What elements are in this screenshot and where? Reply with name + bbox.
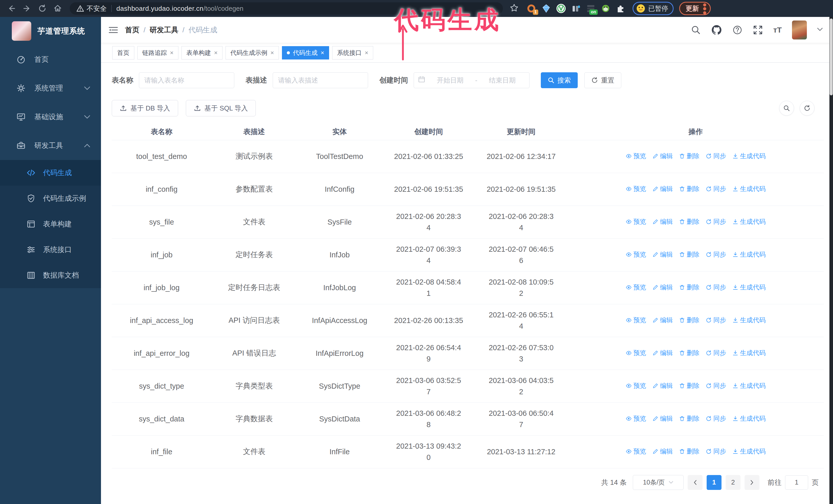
preview-link[interactable]: 预览 (626, 250, 646, 259)
search-button[interactable]: 搜索 (541, 72, 578, 88)
sidebar-item-codegen-example[interactable]: 代码生成示例 (0, 186, 101, 211)
close-icon[interactable]: × (365, 50, 368, 56)
next-page-button[interactable] (744, 475, 759, 490)
preview-link[interactable]: 预览 (626, 217, 646, 226)
close-icon[interactable]: × (270, 50, 274, 56)
date-range-picker[interactable]: 开始日期 - 结束日期 (414, 72, 529, 88)
edit-link[interactable]: 编辑 (652, 349, 673, 357)
sync-link[interactable]: 同步 (706, 185, 726, 193)
sidebar-item-db-doc[interactable]: 数据库文档 (0, 263, 101, 288)
user-menu-caret-icon[interactable] (817, 28, 823, 32)
columns-extension-icon[interactable] (571, 3, 581, 14)
goto-page-input[interactable] (785, 475, 808, 490)
table-desc-input[interactable] (273, 72, 368, 88)
delete-link[interactable]: 删除 (679, 414, 699, 423)
sidebar-item-system[interactable]: 系统管理 (0, 74, 101, 102)
delete-link[interactable]: 删除 (679, 283, 699, 291)
sidebar-item-system-api[interactable]: 系统接口 (0, 237, 101, 263)
generate-code-link[interactable]: 生成代码 (732, 250, 766, 259)
tab-home[interactable]: 首页 (112, 46, 134, 59)
close-icon[interactable]: × (170, 50, 173, 56)
generate-code-link[interactable]: 生成代码 (732, 381, 766, 390)
preview-link[interactable]: 预览 (626, 381, 646, 390)
tab-form-builder[interactable]: 表单构建× (182, 46, 222, 59)
avatar[interactable] (792, 21, 807, 40)
sidebar-item-form-builder[interactable]: 表单构建 (0, 211, 101, 237)
breadcrumb-home[interactable]: 首页 (125, 25, 139, 35)
edit-link[interactable]: 编辑 (652, 414, 673, 423)
forward-icon[interactable] (20, 2, 34, 16)
sidebar-item-dev-tools[interactable]: 研发工具 (0, 131, 101, 160)
sidebar-item-infrastructure[interactable]: 基础设施 (0, 102, 101, 131)
sync-link[interactable]: 同步 (706, 316, 726, 324)
delete-link[interactable]: 删除 (679, 349, 699, 357)
generate-code-link[interactable]: 生成代码 (732, 185, 766, 193)
sidebar-item-home[interactable]: 首页 (0, 45, 101, 74)
logo-row[interactable]: 芋道管理系统 (0, 17, 101, 45)
delete-link[interactable]: 删除 (679, 381, 699, 390)
v-circle-extension-icon[interactable] (556, 3, 567, 14)
monkey-extension-icon[interactable] (600, 3, 611, 14)
search-icon[interactable] (691, 25, 701, 35)
sync-link[interactable]: 同步 (706, 217, 726, 226)
back-icon[interactable] (5, 2, 19, 16)
generate-code-link[interactable]: 生成代码 (732, 349, 766, 357)
browser-scrollbar[interactable] (829, 17, 833, 504)
sidebar-item-codegen[interactable]: 代码生成 (0, 160, 101, 186)
page-button-2[interactable]: 2 (725, 475, 740, 490)
bookmark-star-icon[interactable] (509, 3, 519, 14)
recorder-extension-icon[interactable]: 1 (526, 3, 537, 14)
generate-code-link[interactable]: 生成代码 (732, 316, 766, 324)
help-icon[interactable] (732, 25, 742, 35)
browser-update-button[interactable]: 更新 ●●● (679, 2, 711, 15)
close-icon[interactable]: × (214, 50, 218, 56)
generate-code-link[interactable]: 生成代码 (732, 283, 766, 291)
generate-code-link[interactable]: 生成代码 (732, 217, 766, 226)
edit-link[interactable]: 编辑 (652, 316, 673, 324)
scrollbar-thumb[interactable] (830, 19, 833, 95)
tab-tracing[interactable]: 链路追踪× (137, 46, 178, 59)
gem-extension-icon[interactable] (541, 3, 552, 14)
page-size-select[interactable]: 10条/页 (633, 475, 684, 490)
edit-link[interactable]: 编辑 (652, 283, 673, 291)
delete-link[interactable]: 删除 (679, 217, 699, 226)
sync-link[interactable]: 同步 (706, 152, 726, 160)
preview-link[interactable]: 预览 (626, 349, 646, 357)
generate-code-link[interactable]: 生成代码 (732, 414, 766, 423)
sync-link[interactable]: 同步 (706, 283, 726, 291)
reset-button[interactable]: 重置 (585, 72, 621, 88)
reload-icon[interactable] (35, 2, 49, 16)
edit-link[interactable]: 编辑 (652, 152, 673, 160)
breadcrumb-dev-tools[interactable]: 研发工具 (150, 25, 178, 35)
edit-link[interactable]: 编辑 (652, 217, 673, 226)
preview-link[interactable]: 预览 (626, 185, 646, 193)
puzzle-extension-icon[interactable] (615, 3, 626, 14)
import-db-button[interactable]: 基于 DB 导入 (112, 100, 178, 116)
preview-link[interactable]: 预览 (626, 447, 646, 456)
browser-menu-icon[interactable]: ●●● (703, 3, 707, 14)
edit-link[interactable]: 编辑 (652, 185, 673, 193)
delete-link[interactable]: 删除 (679, 447, 699, 456)
edit-link[interactable]: 编辑 (652, 447, 673, 456)
import-sql-button[interactable]: 基于 SQL 导入 (186, 100, 256, 116)
edit-link[interactable]: 编辑 (652, 381, 673, 390)
edit-link[interactable]: 编辑 (652, 250, 673, 259)
sync-link[interactable]: 同步 (706, 381, 726, 390)
refresh-table-button[interactable] (800, 101, 814, 116)
preview-link[interactable]: 预览 (626, 414, 646, 423)
address-bar[interactable]: 不安全 dashboard.yudao.iocoder.cn/tool/code… (70, 2, 503, 15)
page-button-1[interactable]: 1 (707, 475, 721, 490)
sync-link[interactable]: 同步 (706, 447, 726, 456)
preview-link[interactable]: 预览 (626, 283, 646, 291)
sync-link[interactable]: 同步 (706, 349, 726, 357)
generate-code-link[interactable]: 生成代码 (732, 447, 766, 456)
github-icon[interactable] (711, 25, 722, 35)
prev-page-button[interactable] (688, 475, 703, 490)
generate-code-link[interactable]: 生成代码 (732, 152, 766, 160)
sync-link[interactable]: 同步 (706, 250, 726, 259)
sync-link[interactable]: 同步 (706, 414, 726, 423)
fullscreen-icon[interactable] (753, 25, 763, 35)
tab-codegen[interactable]: 代码生成× (282, 46, 329, 59)
close-icon[interactable]: × (320, 50, 324, 56)
preview-link[interactable]: 预览 (626, 152, 646, 160)
